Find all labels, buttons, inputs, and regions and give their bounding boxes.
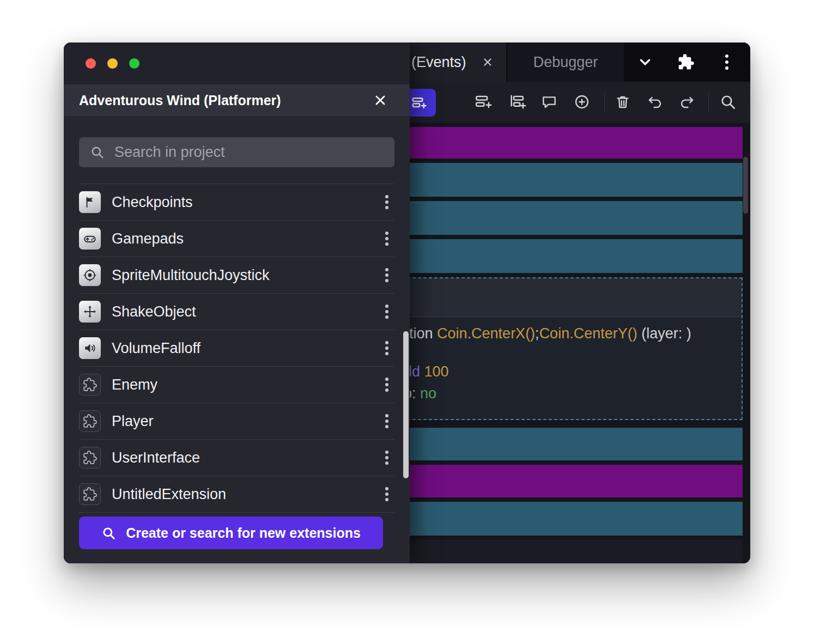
window-menu-icon[interactable]	[715, 51, 738, 74]
puzzle-icon	[79, 483, 101, 505]
event-action-line: ition Coin.CenterX();Coin.CenterY() (lay…	[406, 325, 691, 342]
traffic-light-minimize[interactable]	[107, 58, 118, 69]
item-menu-icon[interactable]	[379, 191, 394, 213]
search-events-button[interactable]	[715, 89, 740, 114]
panel-scrollbar[interactable]	[403, 331, 409, 478]
chevron-down-icon[interactable]	[634, 51, 657, 74]
close-panel-button[interactable]	[371, 91, 390, 110]
search-icon	[90, 145, 105, 160]
redo-button[interactable]	[675, 89, 700, 114]
list-item-label: SpriteMultitouchJoystick	[112, 267, 368, 284]
project-items-list: Checkpoints Gamepads SpriteMultitouchJoy…	[79, 184, 394, 513]
traffic-light-close[interactable]	[86, 58, 96, 69]
tab-debugger-label: Debugger	[533, 54, 598, 71]
events-scrollbar[interactable]	[743, 157, 748, 214]
gamepad-icon	[79, 228, 101, 250]
flag-icon	[79, 191, 101, 213]
tabbar-controls	[624, 42, 750, 82]
add-event-button[interactable]	[471, 89, 496, 114]
list-item-label: Gamepads	[112, 230, 368, 247]
list-item-label: Enemy	[112, 376, 368, 393]
app-window: (Events) Debugger	[64, 42, 750, 563]
create-extension-button[interactable]: Create or search for new extensions	[79, 517, 383, 549]
add-comment-button[interactable]	[537, 89, 562, 114]
list-item-gamepads[interactable]: Gamepads	[79, 221, 394, 257]
traffic-light-zoom[interactable]	[129, 58, 139, 69]
list-item-player[interactable]: Player	[79, 403, 394, 440]
extensions-puzzle-icon[interactable]	[675, 51, 697, 74]
list-item-enemy[interactable]: Enemy	[79, 367, 394, 403]
item-menu-icon[interactable]	[379, 301, 394, 323]
joystick-icon	[79, 264, 101, 286]
list-item-volumefalloff[interactable]: VolumeFalloff	[79, 330, 394, 367]
move-arrows-icon	[79, 301, 101, 323]
item-menu-icon[interactable]	[379, 483, 394, 505]
event-action-line: dd 100	[404, 363, 449, 380]
undo-button[interactable]	[642, 89, 667, 114]
delete-button[interactable]	[610, 89, 635, 114]
list-item-spritemultitouchjoystick[interactable]: SpriteMultitouchJoystick	[79, 257, 394, 294]
list-item-label: ShakeObject	[112, 303, 368, 320]
panel-header: Adventurous Wind (Platformer)	[64, 84, 410, 116]
tab-events-label: (Events)	[411, 54, 466, 71]
speaker-icon	[79, 337, 101, 359]
puzzle-icon	[79, 447, 101, 469]
puzzle-icon	[79, 410, 101, 432]
toolbar-divider	[708, 93, 709, 112]
item-menu-icon[interactable]	[379, 447, 394, 469]
item-menu-icon[interactable]	[379, 337, 394, 359]
list-item-label: Checkpoints	[112, 194, 368, 211]
project-search[interactable]	[79, 137, 394, 167]
list-item-shakeobject[interactable]: ShakeObject	[79, 294, 394, 330]
list-item-userinterface[interactable]: UserInterface	[79, 440, 394, 476]
item-menu-icon[interactable]	[379, 264, 394, 286]
list-item-label: UntitledExtension	[112, 486, 368, 503]
item-menu-icon[interactable]	[379, 410, 394, 432]
list-item-untitledextension[interactable]: UntitledExtension	[79, 476, 394, 513]
add-other-event-button[interactable]	[569, 89, 594, 114]
list-item-label: VolumeFalloff	[112, 340, 368, 357]
list-item-label: Player	[112, 413, 368, 430]
search-icon	[101, 526, 116, 540]
close-tab-icon[interactable]	[479, 54, 496, 70]
list-item-checkpoints[interactable]: Checkpoints	[79, 184, 394, 221]
item-menu-icon[interactable]	[379, 374, 394, 396]
window-titlebar	[64, 42, 410, 84]
toolbar-divider	[604, 93, 605, 112]
item-menu-icon[interactable]	[379, 228, 394, 250]
puzzle-icon	[79, 374, 101, 396]
create-extension-label: Create or search for new extensions	[126, 525, 361, 541]
project-title: Adventurous Wind (Platformer)	[79, 93, 371, 108]
add-subevent-button[interactable]	[505, 89, 530, 114]
project-manager-panel: Adventurous Wind (Platformer) Checkpoint…	[64, 42, 410, 563]
list-item-label: UserInterface	[112, 449, 368, 466]
tab-debugger[interactable]: Debugger	[507, 42, 624, 82]
search-input[interactable]	[113, 143, 384, 161]
